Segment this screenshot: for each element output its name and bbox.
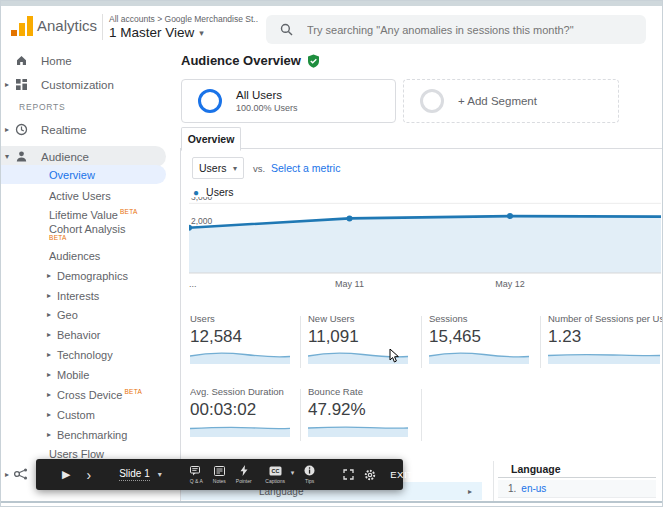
- sidebar-item-customization[interactable]: ▸ Customization: [1, 74, 166, 95]
- qa-button[interactable]: Q & A: [190, 466, 203, 484]
- beta-badge: BETA: [124, 388, 142, 395]
- chart-plot: 1,0002,0003,000: [189, 197, 661, 277]
- widget-divider: [493, 461, 494, 501]
- audience-person-icon: [15, 150, 28, 163]
- segment-all-users[interactable]: All Users 100.00% Users: [181, 79, 396, 123]
- metric-divider: [421, 389, 422, 441]
- metric-dropdown[interactable]: Users ▾: [192, 157, 244, 179]
- metric-divider: [540, 316, 541, 368]
- sidebar-item-realtime[interactable]: ▸ Realtime: [1, 119, 166, 140]
- overview-card: Users ▾ vs. Select a metric ● Users 1,00…: [180, 148, 663, 501]
- settings-button[interactable]: [364, 469, 376, 481]
- sidebar-section-reports: REPORTS: [19, 102, 66, 112]
- sidebar-item-audiences[interactable]: Audiences: [1, 245, 166, 266]
- sidebar: Home ▸ Customization REPORTS ▸ Realtime …: [1, 47, 166, 503]
- sparkline: [190, 349, 290, 364]
- chevron-right-icon: ▸: [47, 350, 51, 359]
- view-name: 1 Master View: [109, 25, 194, 40]
- metric-card-sessions[interactable]: Sessions 15,465: [429, 313, 537, 364]
- fullscreen-button[interactable]: [343, 469, 354, 480]
- page-title: Audience Overview: [181, 53, 320, 68]
- captions-button[interactable]: CC Captions ▾: [262, 466, 295, 484]
- chevron-down-icon: ▾: [5, 152, 9, 161]
- chevron-right-icon: ▸: [47, 410, 51, 419]
- chevron-right-icon: ▸: [47, 330, 51, 339]
- tab-overview[interactable]: Overview: [181, 127, 241, 151]
- chevron-right-icon: ▸: [47, 370, 51, 379]
- sparkline: [190, 422, 290, 437]
- metric-card-avg-session-duration[interactable]: Avg. Session Duration 00:03:02: [190, 386, 298, 437]
- breadcrumb[interactable]: All accounts > Google Merchandise St..: [109, 14, 258, 24]
- metric-card-users[interactable]: Users 12,584: [190, 313, 298, 364]
- x-axis-label: ...: [189, 279, 197, 289]
- sidebar-item-technology[interactable]: ▸ Technology: [1, 344, 166, 365]
- users-timeline-chart[interactable]: 1,0002,0003,000 ...May 11May 12: [189, 197, 661, 293]
- sidebar-item-behavior[interactable]: ▸ Behavior: [1, 324, 166, 345]
- add-segment-button[interactable]: + Add Segment: [403, 79, 619, 123]
- presenter-toolbar: ▶ › Slide 1 ▾ Q & A Notes: [36, 459, 403, 490]
- segment-detail: 100.00% Users: [236, 103, 298, 113]
- sidebar-item-home[interactable]: Home: [1, 50, 166, 71]
- verified-shield-icon: [307, 54, 320, 68]
- sidebar-item-geo[interactable]: ▸ Geo: [1, 304, 166, 325]
- language-value-link[interactable]: en-us: [521, 483, 546, 494]
- header-divider: [102, 14, 103, 40]
- next-slide-button[interactable]: ›: [86, 470, 91, 480]
- tips-button[interactable]: Tips: [304, 465, 315, 484]
- search-icon: [280, 23, 293, 36]
- table-row[interactable]: 1. en-us: [498, 480, 656, 498]
- sidebar-item-interests[interactable]: ▸ Interests: [1, 285, 166, 306]
- customization-icon: [15, 78, 28, 91]
- search-bar[interactable]: [266, 15, 646, 44]
- chevron-down-icon: ▾: [199, 28, 204, 38]
- sidebar-item-overview[interactable]: Overview: [1, 165, 166, 184]
- play-button[interactable]: ▶: [62, 468, 70, 481]
- notes-button[interactable]: Notes: [213, 466, 226, 484]
- home-icon: [15, 54, 28, 67]
- metric-divider: [300, 389, 301, 441]
- exit-button[interactable]: EXIT: [390, 469, 413, 480]
- sidebar-item-custom[interactable]: ▸ Custom: [1, 404, 166, 425]
- segment-ring-icon: [420, 89, 444, 113]
- captions-cc-icon: CC: [269, 466, 282, 476]
- language-table-header: Language: [511, 463, 561, 475]
- chevron-down-icon: ▾: [158, 470, 162, 479]
- slide-selector[interactable]: Slide 1 ▾: [119, 468, 162, 481]
- svg-text:2,000: 2,000: [191, 216, 213, 226]
- chevron-right-icon: ▸: [47, 430, 51, 439]
- logo-bar: [27, 16, 33, 36]
- window-bottom-edge: [1, 501, 663, 503]
- pointer-button[interactable]: Pointer: [236, 465, 252, 484]
- analytics-logo-icon[interactable]: [11, 14, 33, 36]
- laser-pointer-icon: [240, 465, 248, 476]
- sidebar-item-active-users[interactable]: Active Users: [1, 185, 166, 206]
- svg-text:CC: CC: [271, 468, 279, 474]
- beta-badge: BETA: [120, 208, 138, 215]
- metric-card-bounce-rate[interactable]: Bounce Rate 47.92%: [308, 386, 416, 437]
- tips-info-icon: [304, 465, 315, 476]
- sidebar-item-benchmarking[interactable]: ▸ Benchmarking: [1, 424, 166, 445]
- metric-card-sessions-per-user[interactable]: Number of Sessions per Us 1.23: [548, 313, 663, 364]
- chevron-down-icon: ▾: [291, 469, 295, 477]
- chevron-right-icon: ▸: [47, 271, 51, 280]
- chevron-right-icon: ▸: [47, 390, 51, 399]
- sidebar-item-mobile[interactable]: ▸ Mobile: [1, 364, 166, 385]
- analytics-window: Analytics All accounts > Google Merchand…: [0, 0, 663, 507]
- chevron-right-icon: ▸: [5, 470, 9, 479]
- chevron-right-icon: ▸: [47, 291, 51, 300]
- search-input[interactable]: [305, 23, 639, 37]
- fullscreen-icon: [343, 469, 354, 480]
- select-metric-link[interactable]: Select a metric: [271, 162, 340, 174]
- gear-icon: [364, 469, 376, 481]
- chevron-down-icon: ▾: [233, 164, 237, 173]
- view-selector[interactable]: 1 Master View ▾: [109, 25, 204, 40]
- chart-x-axis: ...May 11May 12: [189, 277, 661, 291]
- attribution-icon: [13, 467, 29, 481]
- sidebar-item-demographics[interactable]: ▸ Demographics: [1, 265, 166, 286]
- sidebar-item-cross-device[interactable]: ▸ Cross DeviceBETA: [1, 384, 166, 405]
- sidebar-item-audience[interactable]: ▾ Audience: [1, 146, 166, 167]
- metric-divider: [421, 316, 422, 368]
- sidebar-attribution-link[interactable]: ▸: [5, 467, 29, 481]
- x-axis-label: May 11: [335, 279, 364, 289]
- app-header: Analytics All accounts > Google Merchand…: [1, 6, 663, 48]
